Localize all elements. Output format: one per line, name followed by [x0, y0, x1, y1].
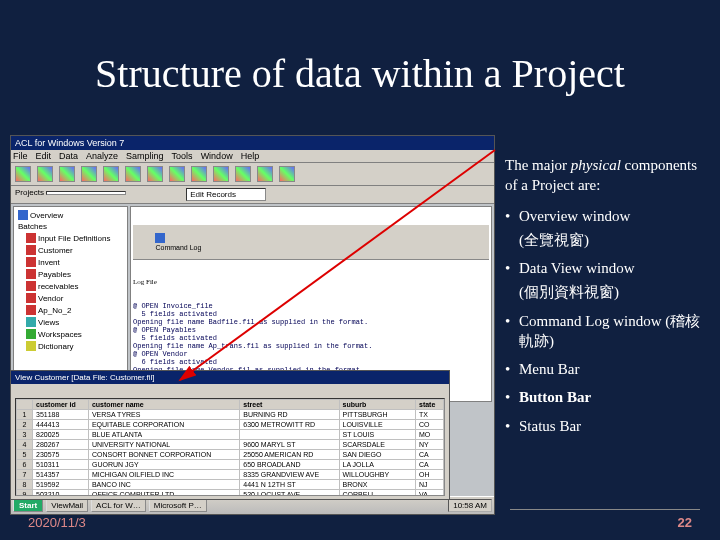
table-cell[interactable]: EQUITABLE CORPORATION: [88, 420, 239, 430]
table-cell[interactable]: BANCO INC: [88, 480, 239, 490]
table-cell[interactable]: PITTSBURGH: [339, 410, 415, 420]
table-cell[interactable]: MICHIGAN OILFIELD INC: [88, 470, 239, 480]
tree-item[interactable]: Invent: [16, 256, 125, 268]
toolbar-icon[interactable]: [169, 166, 185, 182]
table-cell[interactable]: CONSORT BONNET CORPORATION: [88, 450, 239, 460]
menu-bar[interactable]: File Edit Data Analyze Sampling Tools Wi…: [11, 150, 494, 163]
tree-item[interactable]: Payables: [16, 268, 125, 280]
table-cell[interactable]: MO: [415, 430, 443, 440]
table-cell[interactable]: 820025: [33, 430, 89, 440]
toolbar-icon[interactable]: [213, 166, 229, 182]
table-cell[interactable]: BRONX: [339, 480, 415, 490]
table-cell[interactable]: TX: [415, 410, 443, 420]
table-cell[interactable]: 230575: [33, 450, 89, 460]
tree-item[interactable]: Dictionary: [16, 340, 125, 352]
table-cell[interactable]: WILLOUGHBY: [339, 470, 415, 480]
table-cell[interactable]: 8335 GRANDVIEW AVE: [240, 470, 339, 480]
table-header[interactable]: [17, 400, 33, 410]
table-cell[interactable]: 519592: [33, 480, 89, 490]
table-cell[interactable]: CO: [415, 420, 443, 430]
table-row[interactable]: 3820025BLUE ATLANTAST LOUISMO: [17, 430, 444, 440]
table-cell[interactable]: NY: [415, 440, 443, 450]
table-row[interactable]: 9503210OFFICE COMPUTER LTD520 LOCUST AVE…: [17, 490, 444, 497]
tree-item[interactable]: Customer: [16, 244, 125, 256]
tree-item[interactable]: receivables: [16, 280, 125, 292]
table-cell[interactable]: 6300 METROWITT RD: [240, 420, 339, 430]
menu-item-tools[interactable]: Tools: [172, 151, 193, 161]
table-header[interactable]: street: [240, 400, 339, 410]
records-field[interactable]: Edit Records: [186, 188, 266, 201]
table-cell[interactable]: CA: [415, 460, 443, 470]
table-row[interactable]: 6510311GUORUN JGY650 BROADLANDLA JOLLACA: [17, 460, 444, 470]
table-cell[interactable]: CA: [415, 450, 443, 460]
table-cell[interactable]: OFFICE COMPUTER LTD: [88, 490, 239, 497]
table-cell[interactable]: VA: [415, 490, 443, 497]
tree-item[interactable]: Input File Definitions: [16, 232, 125, 244]
table-header[interactable]: customer name: [88, 400, 239, 410]
table-cell[interactable]: 5: [17, 450, 33, 460]
tree-tab-overview[interactable]: Overview: [16, 209, 125, 221]
table-cell[interactable]: 650 BROADLAND: [240, 460, 339, 470]
data-view-window[interactable]: View Customer [Data File: Customer.fil] …: [10, 370, 450, 500]
table-cell[interactable]: VERSA TYRES: [88, 410, 239, 420]
table-cell[interactable]: 444413: [33, 420, 89, 430]
table-header[interactable]: state: [415, 400, 443, 410]
table-cell[interactable]: 9: [17, 490, 33, 497]
table-cell[interactable]: ST LOUIS: [339, 430, 415, 440]
table-cell[interactable]: CORBELL: [339, 490, 415, 497]
table-cell[interactable]: 351188: [33, 410, 89, 420]
toolbar-icon[interactable]: [257, 166, 273, 182]
toolbar-icon[interactable]: [37, 166, 53, 182]
menu-item-sampling[interactable]: Sampling: [126, 151, 164, 161]
table-cell[interactable]: 3: [17, 430, 33, 440]
menu-item-help[interactable]: Help: [241, 151, 260, 161]
button-bar[interactable]: [11, 163, 494, 186]
table-cell[interactable]: OH: [415, 470, 443, 480]
table-row[interactable]: 1351188VERSA TYRESBURNING RDPITTSBURGHTX: [17, 410, 444, 420]
start-button[interactable]: Start: [13, 499, 43, 512]
taskbar-item[interactable]: ViewMail: [46, 499, 88, 512]
table-cell[interactable]: 9600 MARYL ST: [240, 440, 339, 450]
table-cell[interactable]: GUORUN JGY: [88, 460, 239, 470]
table-row[interactable]: 2444413EQUITABLE CORPORATION6300 METROWI…: [17, 420, 444, 430]
projects-field[interactable]: [46, 191, 126, 195]
toolbar-icon[interactable]: [235, 166, 251, 182]
table-cell[interactable]: 4441 N 12TH ST: [240, 480, 339, 490]
tree-item[interactable]: Views: [16, 316, 125, 328]
table-cell[interactable]: [240, 430, 339, 440]
tree-item[interactable]: Vendor: [16, 292, 125, 304]
table-cell[interactable]: 8: [17, 480, 33, 490]
table-cell[interactable]: SAN DIEGO: [339, 450, 415, 460]
tree-tab-batches[interactable]: Batches: [16, 221, 125, 232]
table-row[interactable]: 5230575CONSORT BONNET CORPORATION25050 A…: [17, 450, 444, 460]
menu-item-file[interactable]: File: [13, 151, 28, 161]
table-cell[interactable]: 510311: [33, 460, 89, 470]
table-header[interactable]: customer id: [33, 400, 89, 410]
table-cell[interactable]: 1: [17, 410, 33, 420]
menu-item-data[interactable]: Data: [59, 151, 78, 161]
table-header[interactable]: suburb: [339, 400, 415, 410]
menu-item-edit[interactable]: Edit: [36, 151, 52, 161]
table-cell[interactable]: 2: [17, 420, 33, 430]
table-cell[interactable]: LOUISVILLE: [339, 420, 415, 430]
table-cell[interactable]: 520 LOCUST AVE: [240, 490, 339, 497]
table-cell[interactable]: NJ: [415, 480, 443, 490]
table-row[interactable]: 4280267UNIVERSITY NATIONAL9600 MARYL STS…: [17, 440, 444, 450]
toolbar-icon[interactable]: [279, 166, 295, 182]
toolbar-icon[interactable]: [15, 166, 31, 182]
menu-item-window[interactable]: Window: [201, 151, 233, 161]
taskbar-item[interactable]: Microsoft P…: [149, 499, 207, 512]
tree-item[interactable]: Workspaces: [16, 328, 125, 340]
table-cell[interactable]: SCARSDALE: [339, 440, 415, 450]
table-cell[interactable]: BLUE ATLANTA: [88, 430, 239, 440]
table-cell[interactable]: LA JOLLA: [339, 460, 415, 470]
table-cell[interactable]: 7: [17, 470, 33, 480]
toolbar-icon[interactable]: [103, 166, 119, 182]
table-row[interactable]: 8519592BANCO INC4441 N 12TH STBRONXNJ: [17, 480, 444, 490]
tree-item[interactable]: Ap_No_2: [16, 304, 125, 316]
taskbar-item[interactable]: ACL for W…: [91, 499, 146, 512]
table-cell[interactable]: 514357: [33, 470, 89, 480]
toolbar-icon[interactable]: [125, 166, 141, 182]
table-row[interactable]: 7514357MICHIGAN OILFIELD INC8335 GRANDVI…: [17, 470, 444, 480]
table-cell[interactable]: 503210: [33, 490, 89, 497]
